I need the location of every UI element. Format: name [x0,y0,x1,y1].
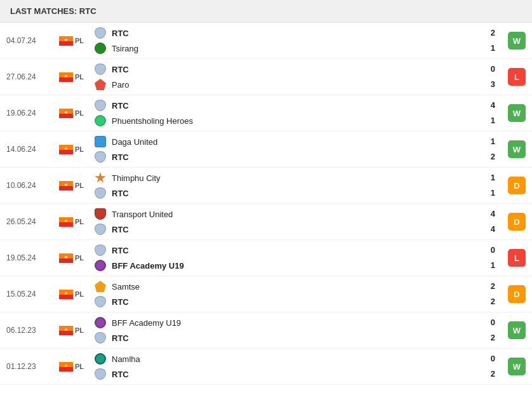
match-date: 27.06.24 [6,72,57,81]
score-col: 01 [489,240,508,276]
score-col: 03 [489,59,508,95]
country-flag-icon [57,362,75,372]
score-col: 12 [489,131,508,167]
team-logo-icon [94,208,107,220]
team-name: RTC [112,65,129,74]
team-logo-icon [94,135,107,148]
team-logo-icon [94,332,107,344]
score-value: 2 [491,280,495,293]
team-name: Samtse [112,282,140,292]
team-name: BFF Academy U19 [112,261,184,271]
match-row[interactable]: 01.12.23 PLNamlhaRTC02W [0,349,532,385]
score-value: 0 [491,352,495,365]
result-badge: W [508,104,526,122]
match-row[interactable]: 26.05.24 PLTransport UnitedRTC44D [0,204,532,240]
team-logo-icon [94,187,107,199]
team-logo-icon [94,352,107,365]
score-value: 1 [491,42,495,55]
league-label: PL [75,326,94,334]
country-flag-icon [57,181,75,191]
score-value: 0 [491,63,495,76]
score-value: 4 [491,223,495,236]
country-flag-icon [57,217,75,227]
league-label: PL [75,254,94,262]
score-value: 1 [491,187,495,199]
country-flag-icon [57,326,75,335]
teams-col: Daga UnitedRTC [94,131,489,167]
league-label: PL [75,37,94,44]
result-badge: D [508,213,526,231]
svg-rect-19 [59,258,73,263]
score-col: 44 [489,204,508,239]
score-value: 0 [491,244,495,257]
team-row: RTC [94,151,489,163]
teams-col: RTCPhuentsholing Heroes [94,95,489,131]
teams-col: Transport UnitedRTC [94,204,489,239]
team-row: RTC [94,27,489,39]
team-logo-icon [94,316,107,329]
team-name: Thimphu City [112,173,161,183]
score-value: 2 [491,151,495,163]
match-date: 15.05.24 [6,290,57,299]
team-logo-icon [94,295,107,308]
svg-rect-10 [59,149,73,154]
team-row: BFF Academy U19 [94,259,489,272]
team-logo-icon [94,171,107,184]
team-logo-icon [94,42,107,55]
score-col: 21 [489,23,508,58]
score-value: 1 [491,114,495,127]
match-row[interactable]: 06.12.23 PLBFF Academy U19RTC02W [0,312,532,349]
header: LAST MATCHES: RTC [0,0,532,23]
match-row[interactable]: 14.06.24 PLDaga UnitedRTC12W [0,131,532,168]
team-row: Namlha [94,352,489,365]
team-name: RTC [112,29,129,38]
teams-col: SamtseRTC [94,276,489,312]
match-date: 01.12.23 [6,362,57,371]
match-row[interactable]: 19.06.24 PLRTCPhuentsholing Heroes41W [0,95,532,131]
score-col: 41 [489,95,508,131]
svg-rect-16 [59,222,73,227]
country-flag-icon [57,36,75,46]
team-row: RTC [94,187,489,199]
team-logo-icon [94,63,107,76]
team-name: RTC [112,101,129,111]
team-name: BFF Academy U19 [112,318,181,328]
country-flag-icon [57,145,75,154]
country-flag-icon [57,290,75,299]
result-badge: D [508,285,526,303]
team-logo-icon [94,151,107,163]
team-logo-icon [94,223,107,236]
score-value: 2 [491,332,495,344]
score-value: 3 [491,78,495,91]
league-label: PL [75,363,94,370]
match-row[interactable]: 27.06.24 PLRTCParo03L [0,59,532,95]
teams-col: RTCBFF Academy U19 [94,240,489,276]
match-date: 10.06.24 [6,181,57,190]
result-badge: D [508,177,526,194]
result-badge: W [508,358,526,375]
team-logo-icon [94,280,107,293]
team-logo-icon [94,244,107,257]
match-row[interactable]: 19.05.24 PLRTCBFF Academy U1901L [0,240,532,276]
team-name: RTC [112,333,129,343]
match-date: 14.06.24 [6,145,57,154]
team-row: RTC [94,223,489,236]
team-name: Tsirang [112,44,138,53]
score-col: 02 [489,312,508,348]
team-row: BFF Academy U19 [94,316,489,329]
result-badge: W [508,140,526,158]
team-logo-icon [94,27,107,39]
team-row: RTC [94,295,489,308]
team-name: Daga United [112,137,157,147]
team-row: Tsirang [94,42,489,55]
team-name: RTC [112,370,129,379]
match-row[interactable]: 04.07.24 PLRTCTsirang21W [0,23,532,59]
svg-rect-1 [59,41,73,46]
team-row: Transport United [94,208,489,220]
match-row[interactable]: 10.06.24 PLThimphu CityRTC11D [0,168,532,204]
result-badge: L [508,249,526,267]
score-value: 4 [491,208,495,220]
match-row[interactable]: 15.05.24 PLSamtseRTC22D [0,276,532,312]
team-name: RTC [112,225,129,234]
match-date: 19.06.24 [6,109,57,117]
